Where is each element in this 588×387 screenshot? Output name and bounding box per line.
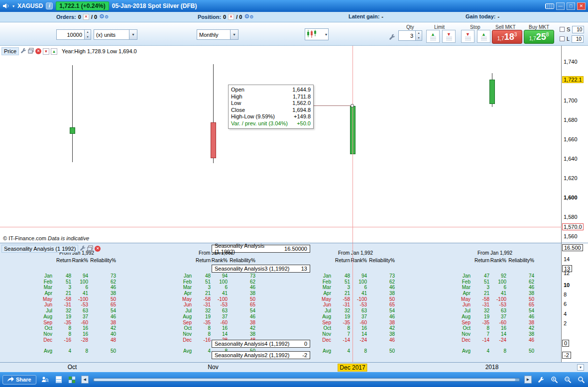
- close-panel-icon[interactable]: ✕: [95, 246, 101, 252]
- seasonality-row: Oct81642: [456, 325, 534, 331]
- detach-window-icon[interactable]: [87, 245, 93, 252]
- instrument-dropdown-icon[interactable]: ▾: [12, 4, 14, 8]
- time-axis-label: Dec 2017: [338, 364, 367, 372]
- shares-input[interactable]: 10000 ▴▾: [56, 29, 91, 40]
- indicator-label-box[interactable]: Seasonality Analysis4 (1,1992)0: [212, 340, 310, 348]
- shares-spinner[interactable]: ▴▾: [84, 30, 91, 39]
- seasonality-row: Feb5110062: [456, 279, 534, 285]
- keyboard-icon[interactable]: [545, 3, 554, 9]
- minimize-button[interactable]: —: [556, 2, 565, 10]
- zoom-in-icon[interactable]: [550, 375, 559, 384]
- gain-today-group: Gain today: -: [466, 13, 499, 19]
- buy-stop-button[interactable]: ▲: [477, 30, 490, 43]
- qty-input[interactable]: 3 ▴▾: [398, 30, 422, 41]
- chart-type-button[interactable]: ▾: [305, 28, 329, 40]
- move-down-icon[interactable]: ▼: [43, 48, 49, 55]
- orders-bar: Orders: 0 ✕ / 0 ⚙⚙ Position: 0 ✕ / 0 ⚙⚙ …: [0, 12, 588, 22]
- price-axis-label: 1,640: [564, 156, 578, 162]
- qty-spinner[interactable]: ▴▾: [415, 31, 422, 40]
- chart-settings-icon[interactable]: [536, 375, 545, 384]
- speaker-icon[interactable]: [2, 1, 9, 10]
- candle-body[interactable]: [489, 80, 495, 104]
- move-up-icon[interactable]: ▲: [51, 48, 57, 55]
- candlestick-chart-icon: [306, 29, 317, 39]
- price-settings-wrench-icon[interactable]: [20, 48, 26, 55]
- orders-settings-icon[interactable]: ⚙⚙: [99, 13, 109, 20]
- position-count: 0: [223, 14, 226, 20]
- info-icon[interactable]: i: [46, 2, 53, 9]
- zoom-out-icon[interactable]: [563, 375, 572, 384]
- close-position-icon[interactable]: ✕: [228, 14, 234, 20]
- zoom-reset-icon[interactable]: [577, 375, 586, 384]
- seasonality-row: Dec-16-2848: [37, 337, 116, 343]
- position-settings-icon[interactable]: ⚙⚙: [244, 13, 253, 20]
- l-value-input[interactable]: 10: [572, 35, 584, 43]
- buy-market-button[interactable]: 1,7258: [524, 30, 554, 44]
- price-change-badge: 1,722.1 (+0.24%): [56, 1, 109, 10]
- watchlist-icon[interactable]: [54, 375, 63, 384]
- share-button[interactable]: Share: [2, 375, 36, 385]
- title-bar: ▾ XAGUSD i 1,722.1 (+0.24%) 05-Jan-2018 …: [0, 0, 588, 12]
- candle-marker-circle: [351, 104, 354, 107]
- sell-market-button[interactable]: 1,7183: [492, 30, 522, 44]
- close-button[interactable]: ✕: [577, 2, 586, 10]
- seasonality-row: Apr214138: [456, 290, 534, 296]
- s-value-input[interactable]: 10: [572, 26, 584, 33]
- price-panel-header: Price ✕ ▼ ▲ Year:High 1,728.9 Low 1,694.…: [1, 47, 137, 55]
- seasonality-plot-area[interactable]: From Jan 1,992ReturnRank%Reliability%Jan…: [0, 243, 562, 362]
- seasonality-axis-label: 14: [564, 256, 570, 262]
- indicator-label-box[interactable]: Seasonality Analysis (1,1992)16.50000: [212, 245, 310, 253]
- seasonality-row: Aug193746: [316, 314, 395, 320]
- time-axis-options-icon[interactable]: ▾: [577, 364, 584, 371]
- time-axis[interactable]: OctNovDec 20172018 ▾: [0, 362, 588, 372]
- timeframe-dropdown-icon[interactable]: ▾: [230, 30, 238, 39]
- instrument-symbol[interactable]: XAGUSD: [17, 2, 43, 9]
- sell-limit-button[interactable]: ▼: [442, 30, 456, 43]
- chart-plot-area[interactable]: Price ✕ ▼ ▲ Year:High 1,728.9 Low 1,694.…: [0, 46, 562, 243]
- seasonality-row: Apr214138: [316, 290, 395, 296]
- price-axis[interactable]: 1,722.1 1,570.0 1,7401,7001,6801,6601,64…: [562, 46, 588, 243]
- buy-limit-button[interactable]: ▲: [426, 30, 440, 43]
- tooltip-row: Var. / prev. unit (3.04%)+50.0: [231, 120, 311, 127]
- workspaces-grid-icon[interactable]: [68, 375, 77, 384]
- seasonality-settings-wrench-icon[interactable]: [80, 245, 86, 252]
- time-axis-label: 2018: [485, 364, 499, 371]
- gain-today-label: Gain today:: [466, 13, 496, 19]
- chart-scrollbar[interactable]: [93, 378, 520, 382]
- candle-body[interactable]: [70, 127, 75, 134]
- seasonality-row: Jan479274: [456, 273, 534, 279]
- tooltip-row: High-Low (9.59%)+149.8: [231, 113, 311, 120]
- close-panel-icon[interactable]: ✕: [35, 48, 41, 54]
- units-dropdown-icon[interactable]: ▾: [129, 30, 137, 39]
- seasonality-row: Feb5110062: [37, 279, 116, 285]
- scrollbar-thumb[interactable]: [94, 379, 516, 381]
- seasonality-row: Nov81438: [177, 331, 255, 337]
- maximize-button[interactable]: □: [567, 2, 575, 10]
- units-select[interactable]: (x) units ▾: [94, 29, 137, 40]
- position-group: Position: 0 ✕ / 0 ⚙⚙: [198, 13, 253, 20]
- crosshair-vertical-line: [353, 243, 353, 363]
- seasonality-row: Oct81642: [316, 325, 395, 331]
- limit-checkbox[interactable]: [560, 36, 565, 41]
- detach-window-icon[interactable]: [28, 48, 34, 55]
- seasonality-axis-label: 8: [564, 291, 567, 297]
- scroll-left-button[interactable]: ◀: [81, 376, 89, 384]
- timeframe-select[interactable]: Monthly ▾: [197, 29, 238, 40]
- selected-price-line[interactable]: [0, 227, 562, 227]
- current-price-tag: 1,722.1: [562, 76, 584, 83]
- price-axis-label: 1,660: [564, 136, 578, 142]
- seasonality-axis[interactable]: 16.5001413121086420-2: [562, 243, 588, 363]
- indicator-label-box[interactable]: Seasonality Analysis2 (1,1992)-2: [212, 351, 310, 359]
- sell-stop-button[interactable]: ▼: [461, 30, 474, 43]
- instrument-search-icon[interactable]: [41, 375, 50, 384]
- scroll-right-button[interactable]: ▶: [524, 376, 532, 384]
- stop-checkbox[interactable]: [560, 27, 565, 32]
- seasonality-row: Mar3646: [37, 285, 116, 290]
- seasonality-row: Aug193746: [37, 314, 116, 320]
- indicator-label-box[interactable]: Seasonality Analysis3 (1,1992)13: [212, 265, 310, 273]
- price-chart-panel: Price ✕ ▼ ▲ Year:High 1,728.9 Low 1,694.…: [0, 46, 588, 243]
- order-settings-wrench-icon[interactable]: [389, 34, 395, 41]
- cancel-orders-icon[interactable]: ✕: [83, 14, 89, 20]
- candle-body[interactable]: [211, 122, 216, 158]
- chart-type-dropdown-icon[interactable]: ▾: [325, 32, 327, 37]
